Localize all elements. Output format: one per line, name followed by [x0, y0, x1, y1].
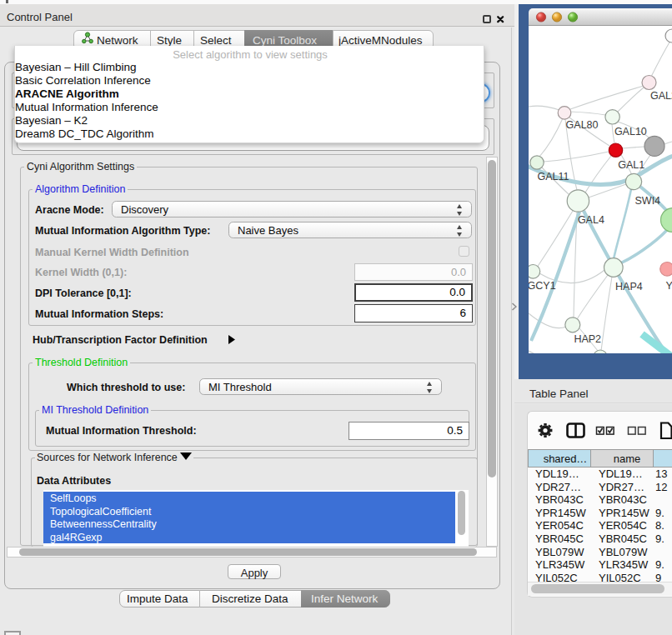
svg-text:GCY1: GCY1	[529, 280, 556, 292]
svg-text:GAL4: GAL4	[578, 214, 604, 226]
svg-text:YD: YD	[665, 280, 672, 292]
svg-text:GAL10: GAL10	[614, 126, 647, 138]
svg-text:SWI4: SWI4	[635, 195, 661, 207]
svg-text:GAL1: GAL1	[618, 159, 644, 171]
svg-text:HAP4: HAP4	[615, 281, 643, 292]
svg-text:GAL2: GAL2	[650, 90, 672, 102]
svg-text:HAP2: HAP2	[574, 333, 601, 345]
svg-text:GAL11: GAL11	[538, 171, 569, 182]
svg-text:GAL80: GAL80	[566, 119, 599, 131]
